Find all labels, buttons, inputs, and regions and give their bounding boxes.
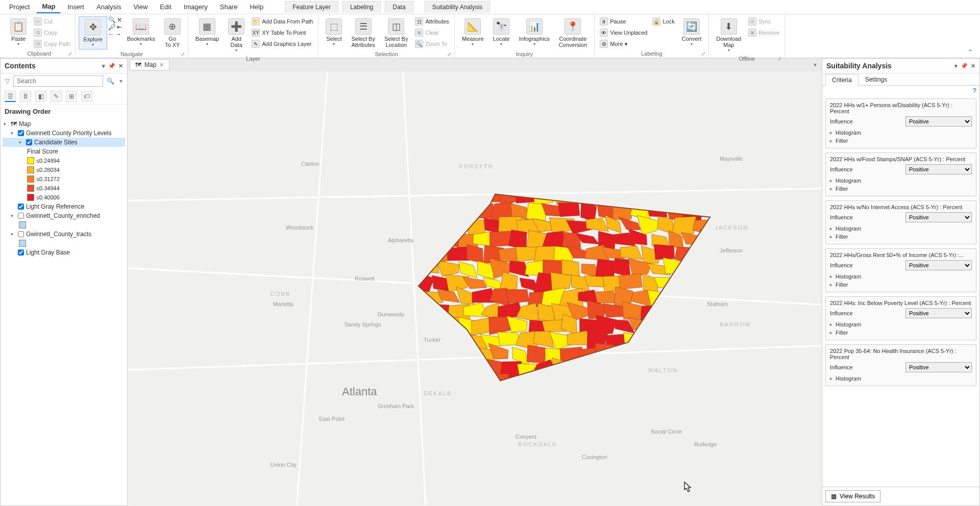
lock-labeling-button[interactable]: 🔒Lock bbox=[650, 16, 676, 27]
clear-button[interactable]: ✖Clear bbox=[413, 28, 451, 38]
xy-table-button[interactable]: XYXY Table To Point bbox=[250, 28, 315, 38]
panel-pin-icon[interactable]: 📌 bbox=[961, 63, 968, 69]
full-extent-icon[interactable]: ⤧ bbox=[117, 16, 122, 23]
map-tab[interactable]: 🗺 Map ✕ bbox=[130, 59, 169, 70]
sync-button[interactable]: ⟳Sync bbox=[746, 16, 781, 27]
group-layer-checkbox[interactable] bbox=[18, 130, 24, 136]
copy-button[interactable]: ⧉Copy bbox=[32, 28, 72, 38]
menu-edit[interactable]: Edit bbox=[155, 1, 176, 13]
filter-toggle[interactable]: ▸Filter bbox=[830, 328, 972, 337]
fixed-zoom-in-icon[interactable]: 🔍 bbox=[108, 16, 116, 23]
menu-imagery[interactable]: Imagery bbox=[179, 1, 213, 13]
measure-button[interactable]: 📐Measure▾ bbox=[458, 16, 488, 48]
histogram-toggle[interactable]: ▸Histogram bbox=[830, 129, 972, 137]
copy-path-button[interactable]: ⧉Copy Path bbox=[32, 39, 72, 49]
panel-menu-icon[interactable]: ▾ bbox=[954, 63, 958, 69]
context-tab-labeling[interactable]: Labeling bbox=[342, 1, 381, 13]
list-by-selection-icon[interactable]: ◧ bbox=[35, 91, 46, 102]
criteria-list[interactable]: 2022 HHs w/1+ Persons w/Disability (ACS … bbox=[822, 95, 979, 487]
locate-button[interactable]: 🔭Locate▾ bbox=[489, 16, 514, 48]
view-unplaced-button[interactable]: 👁View Unplaced bbox=[598, 28, 649, 38]
list-by-source-icon[interactable]: 🛢 bbox=[20, 91, 31, 102]
cut-button[interactable]: ✂Cut bbox=[32, 16, 72, 27]
coord-conv-button[interactable]: 📍Coordinate Conversion bbox=[555, 16, 592, 50]
ribbon-collapse-icon[interactable]: ⌃ bbox=[968, 48, 973, 56]
influence-select[interactable]: Positive bbox=[905, 116, 972, 127]
filter-toggle[interactable]: ▸Filter bbox=[830, 233, 972, 241]
close-tab-icon[interactable]: ✕ bbox=[159, 62, 164, 68]
launcher-icon[interactable]: ⤢ bbox=[447, 52, 451, 57]
prev-extent-icon[interactable]: ⇤ bbox=[117, 23, 122, 31]
toc-tracts[interactable]: ▾Gwinnett_County_tracts bbox=[3, 230, 125, 239]
context-tab-data[interactable]: Data bbox=[385, 1, 413, 13]
histogram-toggle[interactable]: ▸Histogram bbox=[830, 272, 972, 281]
histogram-toggle[interactable]: ▸Histogram bbox=[830, 320, 972, 328]
infographics-button[interactable]: 📊Infographics▾ bbox=[515, 16, 554, 48]
paste-button[interactable]: 📋 Paste ▾ bbox=[6, 16, 31, 48]
menu-share[interactable]: Share bbox=[215, 1, 243, 13]
bookmarks-button[interactable]: 📖 Bookmarks ▾ bbox=[123, 16, 159, 48]
pause-labeling-button[interactable]: ⏸Pause bbox=[598, 16, 649, 27]
tracts-checkbox[interactable] bbox=[18, 231, 24, 237]
menu-map[interactable]: Map bbox=[37, 1, 60, 13]
enriched-checkbox[interactable] bbox=[18, 213, 24, 219]
map-tab-menu-icon[interactable]: ▾ bbox=[811, 61, 820, 68]
view-results-button[interactable]: ▦ View Results bbox=[825, 490, 880, 502]
launcher-icon[interactable]: ⤢ bbox=[181, 52, 185, 57]
zoom-to-button[interactable]: 🔍Zoom To bbox=[413, 39, 451, 49]
toc-light-gray-base[interactable]: Light Gray Base bbox=[3, 248, 125, 257]
download-map-button[interactable]: ⬇Download Map▾ bbox=[712, 16, 745, 55]
light-gray-ref-checkbox[interactable] bbox=[18, 204, 24, 210]
toc-group-layer[interactable]: ▾Gwinnett County Priority Levels bbox=[3, 129, 125, 138]
launcher-icon[interactable]: ⤢ bbox=[701, 51, 705, 57]
basemap-button[interactable]: ▦ Basemap ▾ bbox=[191, 16, 223, 48]
light-gray-base-checkbox[interactable] bbox=[18, 249, 24, 256]
list-by-editing-icon[interactable]: ✎ bbox=[51, 91, 62, 102]
panel-close-icon[interactable]: ✕ bbox=[118, 63, 123, 69]
add-data-button[interactable]: ➕ Add Data ▾ bbox=[224, 16, 249, 55]
help-icon[interactable]: ? bbox=[973, 87, 976, 94]
contents-search-input[interactable] bbox=[13, 75, 103, 87]
convert-labels-button[interactable]: 🔄Convert▾ bbox=[678, 16, 706, 48]
menu-help[interactable]: Help bbox=[244, 1, 268, 13]
filter-toggle[interactable]: ▸Filter bbox=[830, 185, 972, 193]
context-tab-suitability[interactable]: Suitability Analysis bbox=[425, 1, 491, 13]
add-data-from-path-button[interactable]: 📁Add Data From Path bbox=[250, 16, 315, 27]
search-options-icon[interactable]: ▾ bbox=[118, 78, 124, 85]
list-by-labeling-icon[interactable]: 🏷 bbox=[81, 91, 92, 102]
more-labeling-button[interactable]: ⚙More▾ bbox=[598, 39, 649, 49]
panel-close-icon[interactable]: ✕ bbox=[971, 63, 975, 69]
toc-candidate-sites[interactable]: ▾Candidate Sites bbox=[3, 138, 125, 147]
histogram-toggle[interactable]: ▸Histogram bbox=[830, 176, 972, 185]
filter-toggle[interactable]: ▸Filter bbox=[830, 137, 972, 145]
list-by-drawing-order-icon[interactable]: ☰ bbox=[5, 91, 16, 102]
toc-light-gray-ref[interactable]: Light Gray Reference bbox=[3, 202, 125, 211]
attributes-button[interactable]: ☷Attributes bbox=[413, 16, 451, 27]
menu-project[interactable]: Project bbox=[4, 1, 35, 13]
toc-enriched[interactable]: ▾Gwinnett_County_enriched bbox=[3, 211, 125, 220]
histogram-toggle[interactable]: ▸Histogram bbox=[830, 224, 972, 233]
remove-button[interactable]: ✖Remove bbox=[746, 28, 781, 38]
influence-select[interactable]: Positive bbox=[905, 308, 972, 318]
select-button[interactable]: ⬚ Select ▾ bbox=[322, 16, 346, 48]
fwd-icon[interactable]: → bbox=[115, 31, 121, 38]
filter-toggle[interactable]: ▸Filter bbox=[830, 281, 972, 289]
tab-settings[interactable]: Settings bbox=[859, 73, 894, 85]
influence-select[interactable]: Positive bbox=[905, 164, 972, 174]
select-by-attr-button[interactable]: ☰ Select By Attributes bbox=[347, 16, 379, 50]
histogram-toggle[interactable]: ▸Histogram bbox=[830, 374, 972, 383]
panel-pin-icon[interactable]: 📌 bbox=[108, 63, 115, 69]
menu-analysis[interactable]: Analysis bbox=[91, 1, 126, 13]
influence-select[interactable]: Positive bbox=[905, 212, 972, 222]
launcher-icon[interactable]: ⤢ bbox=[777, 56, 781, 62]
back-icon[interactable]: ← bbox=[108, 31, 114, 38]
goto-xy-button[interactable]: ⊕ Go To XY bbox=[160, 16, 185, 50]
list-by-snapping-icon[interactable]: ⊞ bbox=[66, 91, 77, 102]
map-canvas[interactable]: CantonFORSYTHMaysvilleWoodstockAlpharett… bbox=[128, 71, 822, 506]
explore-button[interactable]: ✥ Explore ▾ bbox=[79, 16, 107, 49]
menu-view[interactable]: View bbox=[128, 1, 153, 13]
search-icon[interactable]: 🔍 bbox=[105, 78, 116, 85]
launcher-icon[interactable]: ⤢ bbox=[68, 51, 72, 57]
influence-select[interactable]: Positive bbox=[905, 362, 972, 372]
context-tab-feature-layer[interactable]: Feature Layer bbox=[285, 1, 338, 13]
